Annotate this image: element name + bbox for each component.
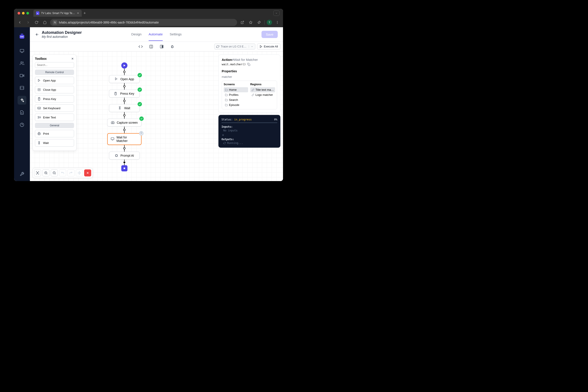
hourglass-icon — [118, 106, 122, 110]
toolbar-code-icon[interactable] — [138, 44, 143, 49]
region-item-logo-matcher[interactable]: Logo matcher — [250, 92, 275, 97]
toolbox-item-open-app[interactable]: Open App — [35, 77, 74, 84]
svg-marker-47 — [124, 64, 126, 66]
browser-menu-icon[interactable] — [274, 19, 280, 26]
toolbox-item-print[interactable]: Print — [35, 130, 74, 137]
action-panel: Action#Wait for Matcher wait.matcher() P… — [218, 54, 280, 113]
url-field[interactable]: tvlabs.ai/app/projects/c46beab9-38fd-466… — [50, 19, 237, 26]
nav-back-icon[interactable] — [17, 19, 23, 26]
flow-node-capture-screen[interactable]: Capture screen — [107, 119, 142, 126]
toolbox-item-enter-text[interactable]: Enter Text — [35, 114, 74, 121]
flow-end-node[interactable] — [121, 165, 128, 172]
copy-icon[interactable] — [247, 63, 250, 66]
toolbar-split-icon[interactable] — [149, 44, 153, 49]
sidenav-monitor-icon[interactable] — [18, 46, 26, 55]
trace-select[interactable]: Trace on LG C3 E… — [214, 44, 255, 50]
toolbox-item-close-app[interactable]: Close App — [35, 86, 74, 94]
site-settings-icon[interactable] — [53, 20, 57, 24]
app-header: Automation Designer My first automation … — [30, 27, 283, 42]
sidenav-code-icon[interactable] — [18, 84, 26, 92]
flow-node-wait-for-matcher[interactable]: Wait for Matcher — [107, 133, 142, 145]
print-icon — [37, 132, 41, 135]
flow-node-prompt-ai[interactable]: Prompt AI — [109, 152, 140, 160]
brand-logo-icon[interactable] — [18, 32, 26, 40]
svg-point-64 — [37, 172, 38, 173]
flow-start-node[interactable] — [121, 62, 128, 68]
svg-rect-45 — [39, 117, 41, 118]
open-external-icon[interactable] — [239, 19, 246, 26]
expand-toggle-icon[interactable] — [222, 134, 277, 136]
region-item-title-text[interactable]: Title text ma… — [250, 87, 275, 92]
toolbar-panel-icon[interactable] — [160, 44, 164, 49]
toolbox-item-set-keyboard[interactable]: Set Keyboard — [35, 104, 74, 112]
header-tabs: Design Automate Settings — [131, 28, 182, 41]
screen-item-profiles[interactable]: Profiles — [224, 92, 248, 97]
action-code: wait.matcher() — [222, 62, 246, 66]
browser-tab[interactable]: ▸ TV Labs: Smart TV App Testi… ✕ — [34, 10, 82, 17]
folder-icon — [225, 94, 228, 96]
delete-icon[interactable] — [84, 170, 91, 176]
properties-title: Properties — [222, 70, 277, 73]
screen-item-search[interactable]: Search — [224, 97, 248, 102]
matcher-label: matcher — [222, 75, 277, 78]
sidenav-video-icon[interactable] — [18, 71, 26, 80]
svg-rect-49 — [115, 92, 116, 95]
redo-icon — [68, 170, 74, 176]
sidenav-report-icon[interactable] — [18, 108, 26, 117]
toolbox-item-wait[interactable]: Wait — [35, 139, 74, 146]
hourglass-icon — [37, 141, 41, 144]
tab-close-icon[interactable]: ✕ — [77, 12, 79, 15]
profile-avatar[interactable]: T — [267, 20, 272, 25]
window-close[interactable] — [18, 12, 20, 14]
toolbox-item-press-key[interactable]: Press Key — [35, 95, 74, 102]
browser-urlbar: tvlabs.ai/app/projects/c46beab9-38fd-466… — [14, 18, 283, 27]
toolbar: Trace on LG C3 E… Execute All — [30, 42, 283, 52]
screen-item-home[interactable]: Home — [224, 87, 248, 92]
svg-rect-11 — [22, 36, 23, 37]
fit-view-icon[interactable] — [34, 170, 41, 176]
toolbox-search-input[interactable] — [35, 62, 74, 68]
status-panel: Status: in_progress 0% Inputs: No inputs… — [218, 115, 280, 148]
link-icon — [252, 94, 254, 96]
svg-rect-9 — [20, 35, 24, 39]
regions-col-title: Regions — [250, 82, 275, 86]
execute-all-button[interactable]: Execute All — [257, 44, 280, 50]
extensions-icon[interactable] — [256, 19, 262, 26]
inputs-label: Inputs: — [222, 125, 277, 128]
svg-rect-29 — [172, 46, 173, 48]
status-success-icon — [138, 73, 142, 77]
status-label: Status: — [222, 118, 233, 121]
flow-node-press-key[interactable]: Press Key — [109, 90, 140, 98]
sidenav-tools-icon[interactable] — [18, 170, 26, 178]
flow-node-wait[interactable]: Wait — [109, 104, 140, 112]
zoom-out-icon[interactable] — [51, 170, 58, 176]
new-tab-button[interactable]: + — [84, 11, 86, 16]
window-minimize[interactable] — [22, 12, 24, 14]
bookmark-icon[interactable] — [248, 19, 254, 26]
sidenav-users-icon[interactable] — [18, 59, 26, 68]
sidenav-help-icon[interactable] — [18, 120, 26, 129]
toolbox-close-icon[interactable] — [71, 57, 74, 60]
canvas[interactable]: Toolbox Remote Control Open App C — [30, 52, 283, 181]
save-button[interactable]: Save — [262, 31, 278, 38]
window-maximize[interactable] — [26, 12, 29, 14]
tab-automate[interactable]: Automate — [148, 28, 162, 41]
chevron-down-icon — [251, 45, 253, 48]
screen-item-episode[interactable]: Episode — [224, 102, 248, 108]
header-back-icon[interactable] — [35, 32, 39, 36]
svg-rect-76 — [248, 64, 250, 66]
sidenav-sparkles-icon[interactable] — [18, 96, 26, 104]
toolbar-bug-icon[interactable] — [170, 44, 174, 49]
svg-point-2 — [54, 22, 55, 22]
zoom-in-icon[interactable] — [42, 170, 50, 176]
tab-settings[interactable]: Settings — [170, 28, 182, 41]
undo-icon — [59, 170, 66, 176]
window-menu-icon[interactable] — [273, 10, 280, 16]
tab-design[interactable]: Design — [131, 28, 142, 41]
chip-icon — [115, 154, 118, 157]
nav-reload-icon[interactable] — [34, 19, 40, 26]
nav-home-icon[interactable] — [42, 19, 48, 26]
svg-rect-39 — [38, 107, 40, 109]
svg-rect-10 — [21, 36, 22, 37]
flow-node-open-app[interactable]: Open App — [109, 75, 140, 83]
